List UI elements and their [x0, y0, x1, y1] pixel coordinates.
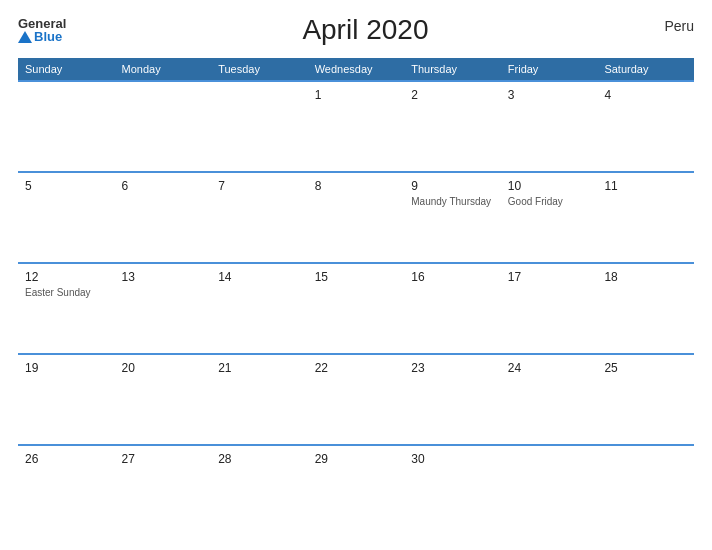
logo-triangle-icon: [18, 31, 32, 43]
calendar-cell: [18, 81, 115, 172]
calendar-cell: 11: [597, 172, 694, 263]
calendar-week-4: 19202122232425: [18, 354, 694, 445]
day-number: 27: [122, 452, 205, 466]
calendar-cell: 22: [308, 354, 405, 445]
day-number: 9: [411, 179, 494, 193]
calendar-cell: 3: [501, 81, 598, 172]
calendar-cell: 24: [501, 354, 598, 445]
day-number: 5: [25, 179, 108, 193]
calendar-cell: 27: [115, 445, 212, 536]
calendar-cell: 7: [211, 172, 308, 263]
header-thursday: Thursday: [404, 58, 501, 81]
header-monday: Monday: [115, 58, 212, 81]
calendar-cell: [211, 81, 308, 172]
day-number: 19: [25, 361, 108, 375]
calendar-week-2: 56789Maundy Thursday10Good Friday11: [18, 172, 694, 263]
calendar-title: April 2020: [302, 14, 428, 46]
calendar-cell: 12Easter Sunday: [18, 263, 115, 354]
calendar-cell: 25: [597, 354, 694, 445]
calendar-cell: 13: [115, 263, 212, 354]
day-number: 16: [411, 270, 494, 284]
calendar-cell: 19: [18, 354, 115, 445]
day-number: 15: [315, 270, 398, 284]
day-number: 21: [218, 361, 301, 375]
logo: General Blue: [18, 17, 66, 43]
calendar-cell: 20: [115, 354, 212, 445]
day-number: 10: [508, 179, 591, 193]
calendar-page: General Blue April 2020 Peru Sunday Mond…: [0, 0, 712, 550]
day-number: 18: [604, 270, 687, 284]
day-number: 25: [604, 361, 687, 375]
day-number: 28: [218, 452, 301, 466]
calendar-cell: [597, 445, 694, 536]
day-number: 22: [315, 361, 398, 375]
holiday-name: Good Friday: [508, 195, 591, 208]
header-saturday: Saturday: [597, 58, 694, 81]
calendar-cell: 15: [308, 263, 405, 354]
calendar-cell: 8: [308, 172, 405, 263]
calendar-cell: 14: [211, 263, 308, 354]
day-number: 20: [122, 361, 205, 375]
calendar-week-3: 12Easter Sunday131415161718: [18, 263, 694, 354]
day-number: 14: [218, 270, 301, 284]
calendar-cell: 6: [115, 172, 212, 263]
calendar-cell: 2: [404, 81, 501, 172]
calendar-cell: 16: [404, 263, 501, 354]
calendar-cell: 10Good Friday: [501, 172, 598, 263]
calendar-cell: 1: [308, 81, 405, 172]
day-number: 7: [218, 179, 301, 193]
header-friday: Friday: [501, 58, 598, 81]
holiday-name: Maundy Thursday: [411, 195, 494, 208]
day-number: 1: [315, 88, 398, 102]
calendar-cell: [501, 445, 598, 536]
day-number: 4: [604, 88, 687, 102]
calendar-cell: [115, 81, 212, 172]
calendar-cell: 26: [18, 445, 115, 536]
calendar-cell: 30: [404, 445, 501, 536]
calendar-body: 123456789Maundy Thursday10Good Friday111…: [18, 81, 694, 536]
header-tuesday: Tuesday: [211, 58, 308, 81]
calendar-cell: 9Maundy Thursday: [404, 172, 501, 263]
day-number: 29: [315, 452, 398, 466]
day-number: 6: [122, 179, 205, 193]
header-wednesday: Wednesday: [308, 58, 405, 81]
day-number: 2: [411, 88, 494, 102]
calendar-cell: 5: [18, 172, 115, 263]
header-row: Sunday Monday Tuesday Wednesday Thursday…: [18, 58, 694, 81]
day-number: 30: [411, 452, 494, 466]
calendar-cell: 21: [211, 354, 308, 445]
calendar-week-1: 1234: [18, 81, 694, 172]
day-number: 12: [25, 270, 108, 284]
country-label: Peru: [664, 18, 694, 34]
day-number: 8: [315, 179, 398, 193]
day-number: 23: [411, 361, 494, 375]
day-number: 11: [604, 179, 687, 193]
day-number: 26: [25, 452, 108, 466]
calendar-cell: 17: [501, 263, 598, 354]
day-number: 17: [508, 270, 591, 284]
day-number: 3: [508, 88, 591, 102]
calendar-header: Sunday Monday Tuesday Wednesday Thursday…: [18, 58, 694, 81]
header: General Blue April 2020 Peru: [18, 14, 694, 46]
calendar-cell: 29: [308, 445, 405, 536]
calendar-cell: 18: [597, 263, 694, 354]
calendar-cell: 28: [211, 445, 308, 536]
calendar-table: Sunday Monday Tuesday Wednesday Thursday…: [18, 58, 694, 536]
holiday-name: Easter Sunday: [25, 286, 108, 299]
header-sunday: Sunday: [18, 58, 115, 81]
calendar-week-5: 2627282930: [18, 445, 694, 536]
calendar-cell: 23: [404, 354, 501, 445]
day-number: 13: [122, 270, 205, 284]
calendar-cell: 4: [597, 81, 694, 172]
day-number: 24: [508, 361, 591, 375]
logo-blue-text: Blue: [18, 30, 66, 43]
